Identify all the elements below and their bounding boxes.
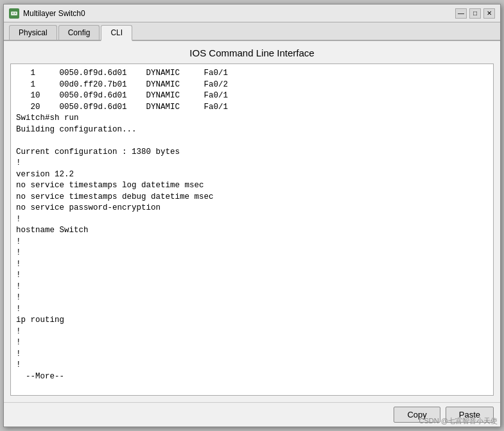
title-bar: Multilayer Switch0 — □ ✕ <box>4 4 500 22</box>
tab-cli[interactable]: CLI <box>101 25 132 41</box>
maximize-button[interactable]: □ <box>469 8 481 19</box>
minimize-button[interactable]: — <box>455 8 467 19</box>
bottom-bar: Copy Paste <box>4 402 500 427</box>
cli-output[interactable]: 1 0050.0f9d.6d01 DYNAMIC Fa0/1 1 00d0.ff… <box>11 64 493 395</box>
copy-button[interactable]: Copy <box>394 407 440 423</box>
cli-area: 1 0050.0f9d.6d01 DYNAMIC Fa0/1 1 00d0.ff… <box>10 63 494 396</box>
tab-bar: Physical Config CLI <box>4 22 500 41</box>
close-button[interactable]: ✕ <box>483 8 495 19</box>
svg-rect-0 <box>11 12 17 15</box>
svg-rect-1 <box>12 13 13 13</box>
tab-config[interactable]: Config <box>58 25 100 40</box>
app-icon <box>9 8 19 19</box>
tab-physical[interactable]: Physical <box>9 25 57 40</box>
main-content: IOS Command Line Interface 1 0050.0f9d.6… <box>4 41 500 402</box>
paste-button[interactable]: Paste <box>446 407 494 423</box>
window-title: Multilayer Switch0 <box>23 9 455 18</box>
window-controls: — □ ✕ <box>455 8 495 19</box>
svg-rect-2 <box>15 13 16 13</box>
main-window: Multilayer Switch0 — □ ✕ Physical Config… <box>3 4 501 427</box>
cli-header-title: IOS Command Line Interface <box>10 47 494 58</box>
